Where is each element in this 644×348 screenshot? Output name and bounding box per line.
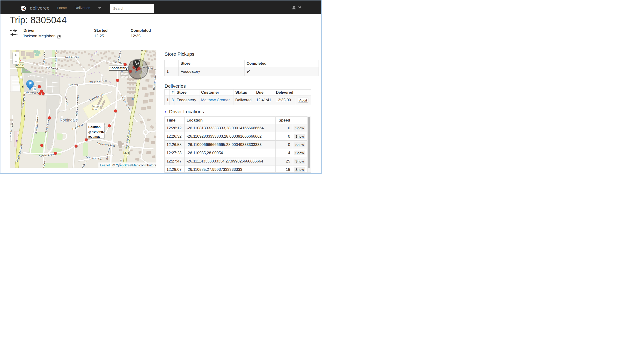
svg-text:Foodeatery: Foodeatery [110,66,128,70]
svg-text:M71: M71 [124,151,129,155]
svg-text:Leaflet | © OpenStreetMap cont: Leaflet | © OpenStreetMap contributors [100,163,156,167]
svg-text:8: 8 [34,87,36,91]
svg-text:Birch Avenue: Birch Avenue [65,56,79,59]
svg-text:Robindale: Robindale [60,118,78,122]
svg-text:Unika: Unika [92,108,98,111]
svg-text:M71: M71 [141,50,146,53]
svg-text:Laerskool: Laerskool [92,105,102,108]
svg-text:@ 12:29:07: @ 12:29:07 [88,130,105,134]
svg-text:35 km/h: 35 km/h [88,135,100,139]
svg-text:Position: Position [88,125,100,129]
svg-text:P: P [132,97,134,101]
svg-text:Tuin Alley: Tuin Alley [68,83,78,86]
